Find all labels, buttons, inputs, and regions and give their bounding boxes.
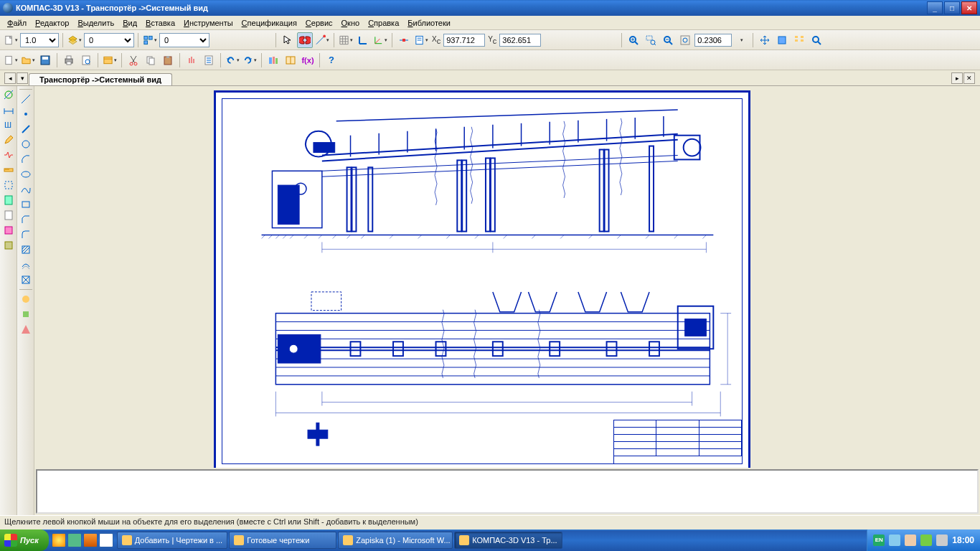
zoom-input[interactable]: [694, 34, 732, 47]
tray-icon[interactable]: [920, 534, 932, 546]
view-select[interactable]: 0: [159, 33, 209, 47]
cursor-button[interactable]: [280, 32, 296, 48]
circle-tool-icon[interactable]: [19, 137, 33, 151]
menu-Редактор[interactable]: Редактор: [31, 17, 73, 29]
tray-icon[interactable]: [905, 534, 916, 546]
catalog-button[interactable]: [283, 52, 298, 68]
tab-prev-button[interactable]: ◂: [4, 72, 16, 84]
tab-menu-button[interactable]: ▾: [17, 72, 28, 84]
undo-button[interactable]: ▾: [225, 52, 240, 68]
tree-button[interactable]: [791, 32, 807, 48]
zoom-all-button[interactable]: [809, 32, 824, 48]
zoom-window-button[interactable]: [643, 32, 659, 48]
redo-button[interactable]: ▾: [242, 52, 258, 68]
menu-Библиотеки[interactable]: Библиотеки: [403, 17, 455, 29]
quick-icon[interactable]: [67, 533, 82, 547]
collect-tool-icon[interactable]: [19, 273, 33, 287]
menu-Выделить[interactable]: Выделить: [73, 17, 118, 29]
menu-Спецификация[interactable]: Спецификация: [237, 17, 301, 29]
new-doc-button[interactable]: ▾: [3, 52, 19, 68]
cut-button[interactable]: [126, 52, 141, 68]
maximize-button[interactable]: □: [944, 1, 960, 14]
delete-button[interactable]: [184, 52, 199, 68]
spline-tool-icon[interactable]: [19, 182, 33, 197]
document-tab[interactable]: Транспортёр ->Системный вид: [29, 73, 172, 85]
menu-Справка[interactable]: Справка: [364, 17, 403, 29]
menu-Вставка[interactable]: Вставка: [141, 17, 179, 29]
param-tool-icon[interactable]: [1, 148, 16, 162]
layers-button[interactable]: ▾: [67, 32, 83, 48]
zoom-prev-button[interactable]: [660, 32, 676, 48]
fillet-tool-icon[interactable]: [19, 227, 33, 242]
extra-tool-2-icon[interactable]: [19, 307, 33, 321]
copy-button[interactable]: [143, 52, 159, 68]
snap-end-button[interactable]: ▾: [314, 32, 330, 48]
coord-x-input[interactable]: [443, 34, 485, 47]
select-tool-icon[interactable]: [1, 178, 16, 192]
print-button[interactable]: [61, 52, 77, 68]
edit-tool-icon[interactable]: [1, 133, 16, 147]
dimension-tool-icon[interactable]: [1, 103, 16, 117]
zoom-out-button[interactable]: ▾: [733, 32, 749, 48]
extra-tool-1-icon[interactable]: [19, 292, 33, 306]
minimize-button[interactable]: _: [927, 1, 943, 14]
coord-y-input[interactable]: [499, 34, 541, 47]
layer-select[interactable]: 0: [84, 33, 134, 47]
task-button[interactable]: Zapiska (1) - Microsoft W...: [338, 532, 453, 549]
menu-Инструменты[interactable]: Инструменты: [179, 17, 237, 29]
quick-icon[interactable]: [52, 533, 66, 547]
zoom-fit-button[interactable]: [677, 32, 693, 48]
attrib-tool-icon[interactable]: [1, 238, 16, 253]
equidist-tool-icon[interactable]: [19, 258, 33, 272]
ellipse-tool-icon[interactable]: [19, 167, 33, 182]
chamfer-tool-icon[interactable]: [19, 212, 33, 227]
quick-icon[interactable]: [99, 533, 113, 547]
snap-mid-button[interactable]: [396, 32, 412, 48]
segment-tool-icon[interactable]: [19, 122, 33, 136]
bottom-panel[interactable]: [36, 469, 979, 514]
grid-button[interactable]: ▾: [338, 32, 354, 48]
point-tool-icon[interactable]: [19, 107, 33, 121]
properties-button[interactable]: [201, 52, 217, 68]
rect-tool-icon[interactable]: [19, 197, 33, 212]
report-tool-icon[interactable]: [1, 208, 16, 222]
preview-button[interactable]: [78, 52, 94, 68]
save-button[interactable]: [37, 52, 53, 68]
vars-button[interactable]: f(x): [300, 52, 316, 68]
lcs-button[interactable]: ▾: [372, 32, 388, 48]
help-button[interactable]: ?: [324, 52, 339, 68]
tray-icon[interactable]: [936, 534, 948, 546]
new-button[interactable]: ▾: [3, 32, 19, 48]
tab-next-button[interactable]: ▸: [951, 72, 963, 84]
task-button[interactable]: Готовые чертежи: [229, 532, 336, 549]
task-button[interactable]: Добавить | Чертежи в ...: [117, 532, 227, 549]
line-tool-icon[interactable]: [19, 92, 33, 106]
close-button[interactable]: ✕: [961, 1, 977, 14]
quick-icon[interactable]: [83, 533, 98, 547]
pan-button[interactable]: [757, 32, 773, 48]
spec-button[interactable]: ▾: [413, 32, 429, 48]
attributes-button[interactable]: ▾: [102, 52, 118, 68]
hatch-tool-icon[interactable]: [19, 242, 33, 257]
annotation-tool-icon[interactable]: Ш: [1, 118, 16, 132]
paste-button[interactable]: [160, 52, 176, 68]
views-button[interactable]: ▾: [142, 32, 158, 48]
ortho-button[interactable]: [355, 32, 371, 48]
geometry-tool-icon[interactable]: [1, 88, 16, 102]
redraw-button[interactable]: [774, 32, 790, 48]
library-button[interactable]: [265, 52, 281, 68]
open-button[interactable]: ▾: [20, 52, 36, 68]
arc-tool-icon[interactable]: [19, 152, 33, 166]
drawing-canvas[interactable]: [34, 86, 980, 468]
scale-select[interactable]: 1.0: [20, 33, 59, 47]
menu-Сервис[interactable]: Сервис: [301, 17, 337, 29]
tab-close-button[interactable]: ✕: [963, 72, 975, 84]
zoom-in-button[interactable]: [626, 32, 641, 48]
task-button[interactable]: КОМПАС-3D V13 - Тр...: [454, 532, 562, 549]
measure-tool-icon[interactable]: [1, 163, 16, 177]
tray-icon[interactable]: [889, 534, 900, 546]
start-button[interactable]: Пуск: [0, 529, 49, 551]
extra-tool-3-icon[interactable]: [19, 322, 33, 336]
menu-Окно[interactable]: Окно: [337, 17, 364, 29]
lang-indicator[interactable]: EN: [873, 534, 885, 546]
